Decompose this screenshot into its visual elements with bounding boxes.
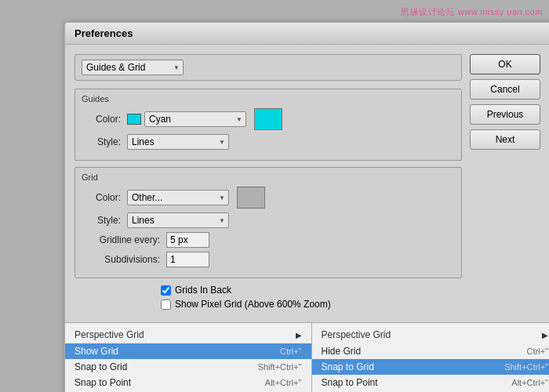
subdivisions-row: Subdivisions: <box>82 252 455 267</box>
left-menu-snap-to-grid[interactable]: Snap to Grid Shift+Ctrl+" <box>65 359 311 375</box>
guides-style-select-wrapper[interactable]: Lines Dots <box>127 134 229 150</box>
guides-group-title: Guides <box>82 94 455 103</box>
guides-color-icon <box>127 114 141 125</box>
guides-color-select-wrapper[interactable]: Cyan Light Blue Green <box>144 111 246 127</box>
preferences-dialog: Preferences Guides & Grid Units & Rulers… <box>64 22 549 392</box>
ok-button[interactable]: OK <box>470 54 540 74</box>
guides-color-select[interactable]: Cyan Light Blue Green <box>144 111 246 127</box>
grid-color-row: Color: Other... Cyan Light Blue <box>82 187 455 209</box>
guides-style-select[interactable]: Lines Dots <box>127 134 229 150</box>
gridline-input[interactable] <box>166 232 209 248</box>
right-menu-header: Perspective Grid ▶ <box>312 326 550 343</box>
right-menu-hide-grid[interactable]: Hide Grid Ctrl+" <box>312 343 550 359</box>
guides-style-label: Style: <box>82 136 121 147</box>
category-select-wrapper[interactable]: Guides & Grid Units & Rulers Smart Guide… <box>82 60 184 75</box>
subdivisions-input[interactable] <box>166 252 209 267</box>
subdivisions-label: Subdivisions: <box>82 254 160 265</box>
left-menu-header: Perspective Grid ▶ <box>65 326 311 343</box>
grid-style-label: Style: <box>82 215 121 226</box>
watermark: 思缘设计论坛 www.missy uan.com <box>401 6 543 18</box>
grid-group: Grid Color: Other... Cyan Light Blue Sty… <box>75 167 462 278</box>
right-menu-snap-to-point[interactable]: Snap to Point Alt+Ctrl+" <box>312 375 550 390</box>
show-pixel-row: Show Pixel Grid (Above 600% Zoom) <box>161 299 462 310</box>
dialog-body: Guides & Grid Units & Rulers Smart Guide… <box>65 45 549 322</box>
grid-color-select-wrapper[interactable]: Other... Cyan Light Blue <box>127 190 229 205</box>
previous-button[interactable]: Previous <box>470 104 540 125</box>
grid-color-select[interactable]: Other... Cyan Light Blue <box>127 190 229 205</box>
grid-style-select[interactable]: Lines Dots <box>127 212 229 228</box>
grid-color-swatch[interactable] <box>237 187 265 209</box>
category-select[interactable]: Guides & Grid Units & Rulers Smart Guide… <box>82 60 184 75</box>
guides-color-swatch[interactable] <box>254 108 282 130</box>
show-pixel-checkbox[interactable] <box>161 299 171 310</box>
left-menu-arrow: ▶ <box>296 331 302 339</box>
guides-style-row: Style: Lines Dots <box>82 134 455 150</box>
left-panel: Guides & Grid Units & Rulers Smart Guide… <box>75 54 462 313</box>
category-section: Guides & Grid Units & Rulers Smart Guide… <box>75 54 462 81</box>
guides-color-row: Color: Cyan Light Blue Green <box>82 108 455 130</box>
show-pixel-label: Show Pixel Grid (Above 600% Zoom) <box>175 299 331 310</box>
next-button[interactable]: Next <box>470 129 540 150</box>
grids-in-back-checkbox[interactable] <box>161 285 171 296</box>
left-menu-snap-to-point[interactable]: Snap to Point Alt+Ctrl+" <box>65 375 311 390</box>
left-menu-show-grid[interactable]: Show Grid Ctrl+" <box>65 343 311 359</box>
grid-color-label: Color: <box>82 192 121 203</box>
right-context-menu: Perspective Grid ▶ Hide Grid Ctrl+" Snap… <box>312 323 550 392</box>
guides-color-label: Color: <box>82 114 121 125</box>
category-wrapper: Guides & Grid Units & Rulers Smart Guide… <box>82 60 455 75</box>
right-menu-snap-to-grid[interactable]: Snap to Grid Shift+Ctrl+" <box>312 359 550 375</box>
left-context-menu: Perspective Grid ▶ Show Grid Ctrl+" Snap… <box>65 323 312 392</box>
cancel-button[interactable]: Cancel <box>470 79 540 100</box>
grid-style-select-wrapper[interactable]: Lines Dots <box>127 212 229 228</box>
right-menu-arrow: ▶ <box>542 331 548 339</box>
grid-style-row: Style: Lines Dots <box>82 212 455 228</box>
dialog-title: Preferences <box>65 23 549 45</box>
gridline-label: Gridline every: <box>82 234 160 245</box>
grids-in-back-row: Grids In Back <box>161 285 462 296</box>
grids-in-back-label: Grids In Back <box>175 285 231 296</box>
right-panel: OK Cancel Previous Next <box>470 54 548 313</box>
grid-group-title: Grid <box>82 172 455 182</box>
bottom-menus: Perspective Grid ▶ Show Grid Ctrl+" Snap… <box>65 322 549 392</box>
gridline-row: Gridline every: <box>82 232 455 248</box>
guides-group: Guides Color: Cyan Light Blue Green Sty <box>75 89 462 161</box>
